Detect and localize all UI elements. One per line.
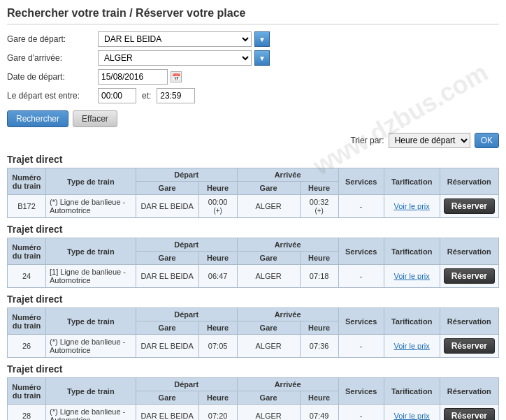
train-table-2: Numéro du trainType de trainDépartArrivé…: [7, 307, 499, 358]
col-header-arrivee-gare: Gare: [237, 182, 300, 195]
page-title: Rechercher votre train / Réserver votre …: [7, 7, 499, 24]
col-header-resa: Réservation: [440, 308, 498, 335]
voir-prix-link[interactable]: Voir le prix: [393, 342, 429, 350]
arrivee-select[interactable]: ALGER: [98, 50, 252, 66]
col-header-arrivee-gare: Gare: [237, 252, 300, 265]
depart-row: Gare de départ: DAR EL BEIDA ▼: [7, 31, 499, 47]
section-title-0: Trajet direct: [7, 154, 499, 165]
reservation-cell: Réserver: [440, 195, 498, 218]
depart-heure: 07:20: [198, 405, 237, 421]
time-label: Le départ est entre:: [7, 91, 98, 101]
depart-gare: DAR EL BEIDA: [136, 405, 198, 421]
section-title-2: Trajet direct: [7, 294, 499, 305]
train-type: (*) Ligne de banlieue - Automotrice: [46, 405, 136, 421]
arrivee-heure: 00:32(+): [300, 195, 338, 218]
col-header-depart-heure: Heure: [198, 391, 237, 405]
depart-gare: DAR EL BEIDA: [136, 265, 198, 288]
depart-arrow-icon[interactable]: ▼: [254, 31, 270, 47]
depart-gare: DAR EL BEIDA: [136, 195, 198, 218]
col-header-depart-heure: Heure: [198, 321, 237, 335]
reserver-button[interactable]: Réserver: [444, 408, 495, 420]
voir-prix-link[interactable]: Voir le prix: [393, 202, 429, 210]
reservation-cell: Réserver: [440, 335, 498, 358]
train-services: -: [338, 335, 384, 358]
col-header-num: Numéro du train: [8, 168, 46, 195]
train-services: -: [338, 195, 384, 218]
tarif-cell: Voir le prix: [384, 265, 440, 288]
col-header-depart: Départ: [136, 308, 237, 321]
sort-label: Trier par:: [350, 136, 384, 145]
reservation-cell: Réserver: [440, 405, 498, 421]
col-header-type: Type de train: [46, 378, 136, 405]
table-row: B172(*) Ligne de banlieue - AutomotriceD…: [8, 195, 499, 218]
col-header-arrivee-heure: Heure: [300, 182, 338, 195]
reserver-button[interactable]: Réserver: [444, 268, 495, 284]
train-type: (*) Ligne de banlieue - Automotrice: [46, 335, 136, 358]
sort-select[interactable]: Heure de départ: [389, 133, 470, 148]
time-to-input[interactable]: [157, 88, 195, 103]
time-input-wrap: et:: [98, 88, 195, 103]
sort-ok-button[interactable]: OK: [475, 133, 499, 148]
col-header-num: Numéro du train: [8, 308, 46, 335]
date-input[interactable]: [98, 69, 168, 85]
arrivee-heure: 07:49: [300, 405, 338, 421]
col-header-tarif: Tarification: [384, 238, 440, 265]
reserver-button[interactable]: Réserver: [444, 338, 495, 354]
col-header-services: Services: [338, 378, 384, 405]
arrivee-arrow-icon[interactable]: ▼: [254, 50, 270, 66]
train-services: -: [338, 405, 384, 421]
arrivee-row: Gare d'arrivée: ALGER ▼: [7, 50, 499, 66]
col-header-services: Services: [338, 308, 384, 335]
train-type: [1] Ligne de banlieue - Automotrice: [46, 265, 136, 288]
col-header-resa: Réservation: [440, 238, 498, 265]
col-header-type: Type de train: [46, 238, 136, 265]
clear-button[interactable]: Effacer: [73, 110, 117, 127]
train-services: -: [338, 265, 384, 288]
depart-select[interactable]: DAR EL BEIDA: [98, 31, 252, 47]
col-header-depart: Départ: [136, 168, 237, 182]
depart-gare: DAR EL BEIDA: [136, 335, 198, 358]
arrivee-input-wrap: ALGER ▼: [98, 50, 270, 66]
sections-container: Trajet directNuméro du trainType de trai…: [7, 154, 499, 420]
time-row: Le départ est entre: et:: [7, 88, 499, 103]
col-header-tarif: Tarification: [384, 308, 440, 335]
arrivee-gare: ALGER: [237, 405, 300, 421]
col-header-type: Type de train: [46, 308, 136, 335]
col-header-tarif: Tarification: [384, 168, 440, 195]
depart-heure: 06:47: [198, 265, 237, 288]
col-header-depart: Départ: [136, 378, 237, 391]
arrivee-heure: 07:36: [300, 335, 338, 358]
reserver-button[interactable]: Réserver: [444, 198, 495, 214]
date-label: Date de départ:: [7, 72, 98, 82]
col-header-arrivee: Arrivée: [237, 308, 338, 321]
col-header-type: Type de train: [46, 168, 136, 195]
table-row: 24[1] Ligne de banlieue - AutomotriceDAR…: [8, 265, 499, 288]
reservation-cell: Réserver: [440, 265, 498, 288]
col-header-arrivee: Arrivée: [237, 378, 338, 391]
search-button[interactable]: Rechercher: [7, 110, 68, 127]
col-header-depart-gare: Gare: [136, 252, 198, 265]
col-header-num: Numéro du train: [8, 378, 46, 405]
col-header-arrivee-gare: Gare: [237, 391, 300, 405]
train-number: 24: [8, 265, 46, 288]
col-header-depart-gare: Gare: [136, 321, 198, 335]
col-header-tarif: Tarification: [384, 378, 440, 405]
tarif-cell: Voir le prix: [384, 335, 440, 358]
col-header-resa: Réservation: [440, 378, 498, 405]
arrivee-gare: ALGER: [237, 265, 300, 288]
time-from-input[interactable]: [98, 88, 136, 103]
col-header-num: Numéro du train: [8, 238, 46, 265]
voir-prix-link[interactable]: Voir le prix: [393, 412, 429, 420]
arrivee-gare: ALGER: [237, 335, 300, 358]
arrivee-heure: 07:18: [300, 265, 338, 288]
col-header-arrivee-heure: Heure: [300, 252, 338, 265]
date-row: Date de départ: 📅: [7, 69, 499, 85]
col-header-arrivee: Arrivée: [237, 238, 338, 252]
table-row: 26(*) Ligne de banlieue - AutomotriceDAR…: [8, 335, 499, 358]
col-header-resa: Réservation: [440, 168, 498, 195]
voir-prix-link[interactable]: Voir le prix: [393, 272, 429, 280]
depart-heure: 07:05: [198, 335, 237, 358]
train-table-3: Numéro du trainType de trainDépartArrivé…: [7, 377, 499, 420]
calendar-icon[interactable]: 📅: [171, 71, 182, 82]
depart-label: Gare de départ:: [7, 34, 98, 44]
